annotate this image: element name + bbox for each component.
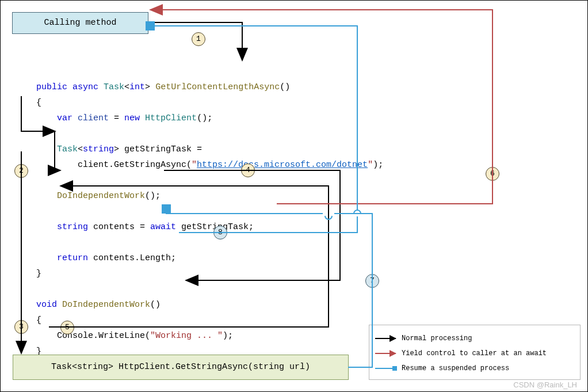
step-badge-4: 4	[241, 163, 255, 177]
step-badge-7: 7	[365, 274, 379, 288]
legend-box: Normal processing Yield control to calle…	[369, 325, 581, 380]
httpclient-box: Task<string> HttpClient.GetStringAsync(s…	[13, 355, 349, 380]
step-badge-1: 1	[192, 32, 205, 46]
diagram-stage: Calling method public async Task<int> Ge…	[0, 0, 588, 392]
step-badge-6: 6	[486, 167, 499, 181]
calling-method-box: Calling method	[12, 12, 148, 34]
legend-label-normal: Normal processing	[402, 334, 472, 342]
step-badge-3: 3	[14, 320, 28, 334]
step-badge-8: 8	[213, 226, 227, 239]
step-badge-2: 2	[14, 164, 28, 178]
legend-row-resume: Resume a suspended process	[375, 361, 574, 376]
legend-row-normal: Normal processing	[375, 331, 574, 346]
code-line-1: public async Task<int> GetUrlContentLeng…	[36, 82, 290, 92]
watermark: CSDN @Raink_LH	[513, 380, 577, 389]
code-block: public async Task<int> GetUrlContentLeng…	[36, 64, 383, 359]
code-line-2: {	[36, 98, 41, 108]
legend-label-yield: Yield control to caller at an await	[402, 349, 547, 357]
legend-row-yield: Yield control to caller at an await	[375, 346, 574, 361]
legend-label-resume: Resume a suspended process	[402, 364, 509, 372]
httpclient-label: Task<string> HttpClient.GetStringAsync(s…	[51, 362, 310, 372]
calling-method-label: Calling method	[44, 18, 116, 28]
step-badge-5: 5	[60, 321, 74, 334]
